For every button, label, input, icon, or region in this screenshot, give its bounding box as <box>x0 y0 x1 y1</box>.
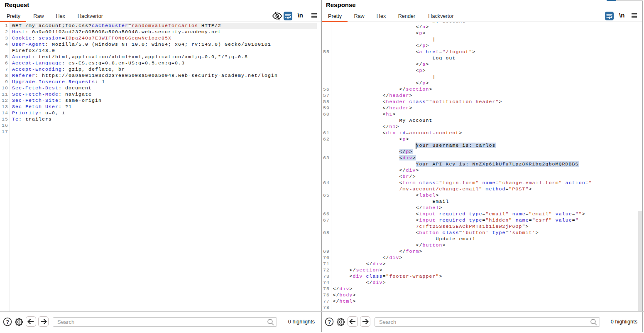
svg-text:?: ? <box>6 319 9 325</box>
svg-text:?: ? <box>328 319 331 325</box>
